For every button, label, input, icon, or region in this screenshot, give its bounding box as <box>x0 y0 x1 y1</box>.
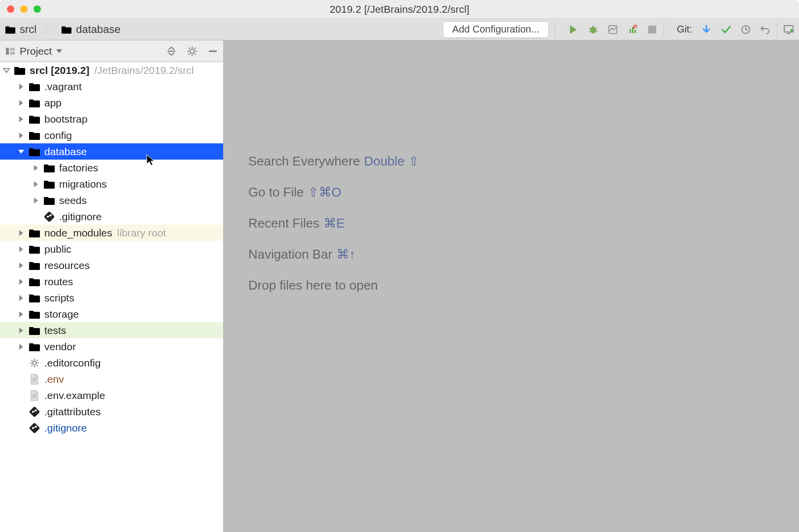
project-view-icon[interactable] <box>5 46 16 57</box>
disclosure-arrow-icon[interactable] <box>18 230 25 236</box>
vcs-history-icon[interactable] <box>740 24 751 35</box>
tree-file[interactable]: .gitattributes <box>0 403 223 420</box>
welcome-hint: Search EverywhereDouble ⇧ <box>248 154 419 169</box>
close-window-button[interactable] <box>7 5 14 13</box>
window-title-bar: 2019.2 [/JetBrains/2019.2/srcl] <box>0 0 799 19</box>
disclosure-arrow-icon[interactable] <box>18 278 25 285</box>
tree-folder[interactable]: config <box>0 127 223 143</box>
minimize-window-button[interactable] <box>20 5 28 13</box>
tree-node-label: .editorconfig <box>44 357 100 369</box>
disclosure-arrow-icon[interactable] <box>18 148 25 155</box>
editor-area[interactable]: Search EverywhereDouble ⇧Go to File⇧⌘ORe… <box>224 40 799 532</box>
tree-folder[interactable]: tests <box>0 322 223 338</box>
tree-folder[interactable]: factories <box>0 160 223 176</box>
disclosure-arrow-icon[interactable] <box>3 67 10 74</box>
profiler-icon[interactable] <box>627 24 638 35</box>
folder-grey-icon <box>29 292 40 304</box>
project-tool-window: Project srcl [2019.2]/JetBrains/2019.2/s… <box>0 40 224 532</box>
breadcrumb: srcl〉database <box>5 22 121 37</box>
project-tree[interactable]: srcl [2019.2]/JetBrains/2019.2/srcl.vagr… <box>0 62 223 532</box>
disclosure-arrow-icon[interactable] <box>33 181 39 188</box>
coverage-icon[interactable] <box>607 24 618 35</box>
welcome-hint: Go to File⇧⌘O <box>248 185 419 200</box>
zoom-window-button[interactable] <box>33 5 41 13</box>
window-controls <box>7 5 41 13</box>
tree-folder[interactable]: public <box>0 241 223 257</box>
disclosure-arrow-icon[interactable] <box>33 165 39 171</box>
hint-shortcut: ⌘E <box>324 216 345 231</box>
panel-settings-icon[interactable] <box>187 46 198 57</box>
tree-file[interactable]: .gitignore <box>0 420 223 436</box>
disclosure-arrow-icon[interactable] <box>33 197 39 204</box>
disclosure-arrow-icon[interactable] <box>18 116 25 123</box>
breadcrumb-segment[interactable]: database <box>61 23 121 36</box>
tree-folder[interactable]: node_moduleslibrary root <box>0 225 223 241</box>
debug-icon[interactable] <box>588 24 599 35</box>
tree-file[interactable]: .env.example <box>0 387 223 403</box>
tree-file[interactable]: .editorconfig <box>0 355 223 371</box>
hide-panel-icon[interactable] <box>207 46 218 57</box>
tree-folder[interactable]: vendor <box>0 338 223 355</box>
folder-grey-icon <box>29 276 40 288</box>
arrow-spacer <box>33 213 39 220</box>
tree-node-label: .gitattributes <box>44 406 100 418</box>
tree-folder[interactable]: scripts <box>0 290 223 306</box>
folder-grey-icon <box>29 308 40 320</box>
tree-folder[interactable]: bootstrap <box>0 111 223 127</box>
vcs-commit-icon[interactable] <box>721 24 732 35</box>
vcs-update-icon[interactable] <box>701 24 712 35</box>
arrow-spacer <box>18 376 25 383</box>
vcs-rollback-icon[interactable] <box>760 24 771 35</box>
tree-folder[interactable]: database <box>0 143 223 160</box>
tree-node-label: bootstrap <box>44 113 88 125</box>
tree-node-label: config <box>44 130 72 141</box>
tree-node-suffix: library root <box>117 227 166 239</box>
main-toolbar: srcl〉database Add Configuration... Git: <box>0 19 799 40</box>
arrow-spacer <box>18 425 25 432</box>
tree-node-label: .vagrant <box>44 81 82 93</box>
tree-folder[interactable]: routes <box>0 273 223 290</box>
tree-folder[interactable]: srcl [2019.2]/JetBrains/2019.2/srcl <box>0 62 223 78</box>
breadcrumb-label: srcl <box>20 23 36 36</box>
arrow-spacer <box>18 392 25 399</box>
folder-grey-icon <box>29 341 40 353</box>
tree-folder[interactable]: storage <box>0 306 223 322</box>
toolbar-separator <box>777 22 777 37</box>
breadcrumb-segment[interactable]: srcl <box>5 23 36 36</box>
tree-folder[interactable]: .vagrant <box>0 78 223 95</box>
disclosure-arrow-icon[interactable] <box>18 83 25 90</box>
disclosure-arrow-icon[interactable] <box>18 295 25 301</box>
run-anything-icon[interactable] <box>783 24 794 35</box>
tree-node-label: srcl [2019.2] <box>30 65 89 76</box>
disclosure-arrow-icon[interactable] <box>18 132 25 139</box>
run-icon[interactable] <box>568 24 579 35</box>
expand-all-icon[interactable] <box>166 46 177 57</box>
folder-grey-icon <box>29 227 40 239</box>
folder-grey-icon <box>14 65 26 76</box>
disclosure-arrow-icon[interactable] <box>18 343 25 350</box>
hint-label: Search Everywhere <box>248 154 360 168</box>
tree-file[interactable]: .env <box>0 371 223 387</box>
breadcrumb-label: database <box>76 23 121 36</box>
gitignore-icon <box>29 406 40 418</box>
disclosure-arrow-icon[interactable] <box>18 100 25 106</box>
disclosure-arrow-icon[interactable] <box>18 246 25 253</box>
hint-label: Recent Files <box>248 216 320 231</box>
tree-folder[interactable]: seeds <box>0 192 223 208</box>
folder-green-icon <box>29 325 40 336</box>
view-mode-dropdown-icon[interactable] <box>56 46 63 57</box>
disclosure-arrow-icon[interactable] <box>18 262 25 269</box>
gitignore-icon <box>43 211 55 223</box>
tree-node-label: public <box>44 243 71 255</box>
hint-shortcut: ⌘↑ <box>336 247 356 262</box>
disclosure-arrow-icon[interactable] <box>18 311 25 318</box>
tree-node-label: tests <box>44 325 66 336</box>
add-configuration-button[interactable]: Add Configuration... <box>443 21 549 38</box>
tree-folder[interactable]: migrations <box>0 176 223 192</box>
tree-folder[interactable]: app <box>0 95 223 111</box>
tree-folder[interactable]: resources <box>0 257 223 273</box>
disclosure-arrow-icon[interactable] <box>18 327 25 334</box>
stop-icon[interactable] <box>647 24 658 35</box>
tree-file[interactable]: .gitignore <box>0 208 223 225</box>
tree-node-label: factories <box>59 162 98 174</box>
